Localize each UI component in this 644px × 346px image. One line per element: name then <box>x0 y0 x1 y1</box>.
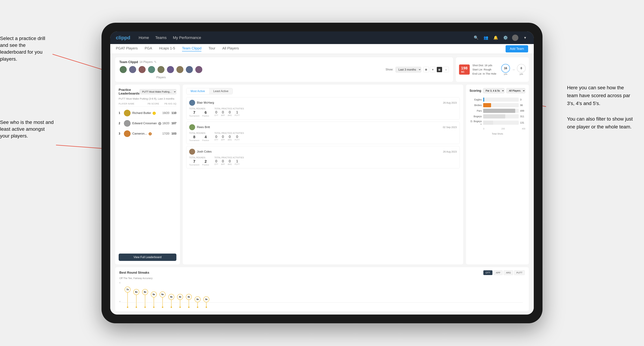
player-avatar-6[interactable] <box>166 66 174 73</box>
activity-stats-3: Total Rounds 7 Tournament 2 Practice <box>189 156 457 166</box>
search-icon[interactable]: 🔍 <box>473 35 479 41</box>
streak-pin-8: 4x <box>186 294 192 308</box>
arg-stat-3: 0 ARG <box>228 159 232 165</box>
edit-icon[interactable]: ✎ <box>154 60 156 64</box>
scoring-header: Scoring Par 3, 4 & 5s All Players <box>470 88 525 93</box>
subnav-all-players[interactable]: All Players <box>222 46 239 51</box>
sort-button[interactable]: ↕ <box>443 67 449 72</box>
player-avatar-3[interactable] <box>138 66 146 73</box>
practice-drill-select[interactable]: PUTT Must Make Putting... <box>140 89 176 94</box>
player-avatar-edward[interactable] <box>124 120 130 127</box>
ott-stat-2: 0 OTT <box>214 135 218 141</box>
top-navigation: clippd Home Teams My Performance 🔍 👥 🔔 ⚙… <box>110 31 534 44</box>
tournament-stat-2: 8 Tournament <box>189 135 199 141</box>
subnav-hcaps[interactable]: Hcaps 1-5 <box>159 46 175 51</box>
activity-avatar-3[interactable] <box>189 149 195 155</box>
team-right: Show: Last 3 months ⊞ ≡ ▦ ↕ <box>386 67 449 72</box>
bronze-badge: 3 <box>148 132 152 135</box>
eagles-value: 3 <box>520 98 525 101</box>
streak-badge-3: 6x <box>142 289 148 295</box>
filter-arg-button[interactable]: ARG <box>504 270 513 275</box>
streak-dot-9 <box>197 307 198 308</box>
dbogeys-bar-container <box>483 121 519 125</box>
player-avatar-8[interactable] <box>186 66 193 73</box>
streak-badge-4: 5x <box>151 292 157 297</box>
card-view-button[interactable]: ▦ <box>436 67 442 72</box>
rounds-values-3: 7 Tournament 2 Practice <box>189 159 209 166</box>
player-avatar-7[interactable] <box>176 66 184 73</box>
nav-my-performance[interactable]: My Performance <box>173 35 201 40</box>
pars-label: Pars <box>470 109 482 112</box>
streak-dot-4 <box>153 307 154 308</box>
activity-player-3: Josh Coles 26 Aug 2023 Total Rounds 7 To… <box>186 146 460 169</box>
annotation-top-left: Select a practice drill and see the lead… <box>0 35 51 62</box>
tab-least-active[interactable]: Least Active <box>209 88 232 94</box>
practice-subtitle: PUTT Must Make Putting (3-6 ft), Last 3 … <box>119 97 176 100</box>
filter-putt-button[interactable]: PUTT <box>514 270 525 275</box>
streak-stem-7 <box>180 300 180 307</box>
streak-pin-5: 5x <box>160 292 166 308</box>
player-avatar-cameron[interactable] <box>124 130 130 137</box>
grid-view-button[interactable]: ⊞ <box>423 67 429 72</box>
player-avatar-richard[interactable] <box>124 110 130 116</box>
par-filter-select[interactable]: Par 3, 4 & 5s <box>483 88 504 93</box>
logo: clippd <box>116 35 130 40</box>
player-avatar-9[interactable] <box>195 66 203 73</box>
activity-name-2: Rees Britt <box>197 126 443 129</box>
activity-player-2: Rees Britt 02 Sep 2023 Total Rounds 8 To… <box>186 122 460 144</box>
player-name-1: Richard Butler <box>132 111 151 115</box>
bell-icon[interactable]: 🔔 <box>492 35 499 41</box>
activity-avatar-1[interactable] <box>189 100 195 106</box>
player-avatar-2[interactable] <box>129 66 136 73</box>
settings-icon[interactable]: ⚙️ <box>502 35 508 41</box>
list-view-button[interactable]: ≡ <box>430 67 436 72</box>
player-avatar-5[interactable] <box>157 66 165 73</box>
user-avatar[interactable] <box>512 35 518 41</box>
player-sq-2: 107 <box>172 122 176 125</box>
annotation-right: Here you can see how the team have score… <box>567 84 634 131</box>
player-info-2: Edward Crossman 2 <box>132 122 162 125</box>
player-score-3: 17/20 <box>162 132 170 135</box>
streaks-section: Best Round Streaks OTT APP ARG PUTT Off … <box>115 267 529 311</box>
chevron-down-icon[interactable]: ▾ <box>522 35 528 41</box>
practice-header: Practice Leaderboards PUTT Must Make Put… <box>119 88 176 95</box>
shot-circles: 16 yds → 0 yds <box>501 64 526 75</box>
leaderboard-column-headers: PLAYER NAME PB SCORE PB AVG SQ <box>119 103 176 107</box>
ott-stat-1: 0 OTT <box>214 110 218 116</box>
subnav-team-clippd[interactable]: Team Clippd <box>182 46 202 51</box>
view-full-leaderboard-button[interactable]: View Full Leaderboard <box>119 254 176 261</box>
nav-home[interactable]: Home <box>138 35 149 40</box>
player-filter-select[interactable]: All Players <box>506 88 525 93</box>
subnav-tour[interactable]: Tour <box>208 46 215 51</box>
activity-stats-2: Total Rounds 8 Tournament 4 Practice <box>189 132 457 141</box>
people-icon[interactable]: 👥 <box>483 35 489 41</box>
activity-avatar-2[interactable] <box>189 124 195 130</box>
filter-ott-button[interactable]: OTT <box>483 270 492 275</box>
rank-1: 1 <box>119 112 124 115</box>
leaderboard-row: 3 Cameron... 3 17/20 103 <box>119 129 176 139</box>
nav-teams[interactable]: Teams <box>155 35 166 40</box>
streak-badge-6: 4x <box>168 294 174 300</box>
subnav-pga[interactable]: PGA <box>145 46 152 51</box>
subnav-pgat[interactable]: PGAT Players <box>116 46 138 51</box>
streak-dot-2 <box>136 307 137 308</box>
scoring-title: Scoring <box>470 89 481 93</box>
streak-stem-4 <box>154 297 154 307</box>
tab-most-active[interactable]: Most Active <box>186 88 209 94</box>
filter-app-button[interactable]: APP <box>494 270 502 275</box>
activity-name-3: Josh Coles <box>197 150 443 154</box>
chart-row-bogeys: Bogeys 311 <box>470 114 525 119</box>
add-team-button[interactable]: Add Team <box>506 45 528 52</box>
streak-badge-5: 5x <box>160 292 166 297</box>
player-avatar-1[interactable] <box>119 66 127 73</box>
streak-dot-8 <box>188 307 190 308</box>
show-period-select[interactable]: Last 3 months <box>396 67 421 72</box>
activity-date-1: 26 Aug 2023 <box>443 101 457 104</box>
player-avatar-4[interactable] <box>148 66 156 73</box>
player-info-3: Cameron... 3 <box>132 132 162 135</box>
main-content: Team Clippd 14 Players ✎ <box>110 54 534 315</box>
activity-date-2: 02 Sep 2023 <box>443 126 457 129</box>
shot-circle-1: 16 <box>501 64 510 73</box>
arg-stat-2: 0 ARG <box>228 135 232 141</box>
rank-2: 2 <box>119 122 124 125</box>
